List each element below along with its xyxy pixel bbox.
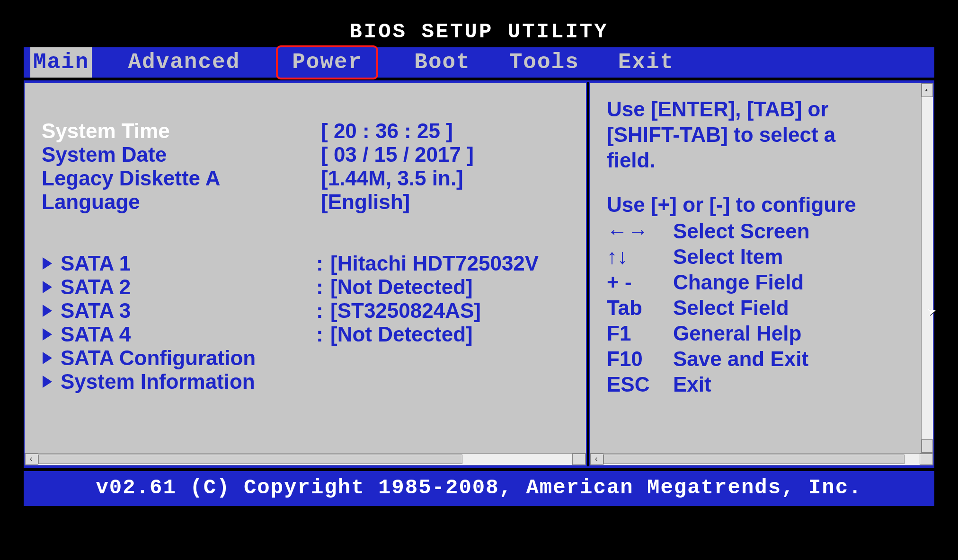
triangle-icon	[43, 305, 52, 317]
hotkey-key: ←→	[607, 219, 673, 243]
tab-tools[interactable]: Tools	[506, 47, 582, 78]
help-pane: Use [ENTER], [TAB] or [SHIFT-TAB] to sel…	[589, 82, 934, 466]
value-legacy-diskette[interactable]: [1.44M, 3.5 in.]	[321, 166, 463, 190]
hotkey-desc: Change Field	[673, 271, 804, 294]
hotkey-desc: Save and Exit	[673, 347, 808, 371]
submenu-sata-configuration[interactable]: SATA Configuration	[42, 346, 573, 370]
label-legacy-diskette: Legacy Diskette A	[42, 166, 321, 190]
value-sata3: [ST3250824AS]	[330, 299, 481, 323]
scroll-thumb[interactable]	[603, 455, 905, 464]
hotkey-desc: Exit	[673, 373, 711, 396]
value-sata4: [Not Detected]	[330, 323, 473, 346]
help-text: Use [ENTER], [TAB] or	[607, 97, 914, 121]
hotkey-desc: Select Screen	[673, 219, 810, 243]
row-language[interactable]: Language [English]	[42, 190, 573, 214]
triangle-icon	[43, 257, 52, 270]
scroll-up-icon[interactable]: ▴	[924, 86, 928, 94]
scroll-right-icon[interactable]: ›	[578, 455, 583, 464]
tab-power[interactable]: Power	[276, 45, 378, 79]
value-language[interactable]: [English]	[321, 190, 410, 214]
triangle-icon	[43, 376, 52, 388]
label-system-date: System Date	[42, 143, 321, 166]
separator: :	[316, 299, 330, 323]
value-sata2: [Not Detected]	[330, 275, 473, 299]
hotkey-change-field: + - Change Field	[607, 271, 914, 294]
settings-pane: System Time [ 20 : 36 : 25 ] System Date…	[24, 82, 587, 466]
hotkey-key: Tab	[607, 296, 673, 320]
row-legacy-diskette[interactable]: Legacy Diskette A [1.44M, 3.5 in.]	[42, 166, 573, 190]
submenu-sata2[interactable]: SATA 2 : [Not Detected]	[42, 275, 573, 299]
right-horizontal-scrollbar[interactable]: ‹ ›	[590, 453, 933, 465]
triangle-icon	[43, 281, 52, 293]
help-text: Use [+] or [-] to configure	[607, 193, 914, 217]
triangle-icon	[43, 352, 52, 364]
label-language: Language	[42, 190, 321, 214]
label-sata2: SATA 2	[61, 275, 316, 299]
submenu-sata1[interactable]: SATA 1 : [Hitachi HDT725032V	[42, 252, 573, 275]
help-text: [SHIFT-TAB] to select a	[607, 123, 914, 147]
submenu-sata4[interactable]: SATA 4 : [Not Detected]	[42, 323, 573, 346]
scroll-left-icon[interactable]: ‹	[29, 455, 34, 464]
row-system-time[interactable]: System Time [ 20 : 36 : 25 ]	[42, 119, 573, 143]
scroll-down-icon[interactable]: ▾	[924, 443, 928, 451]
hotkey-save-and-exit: F10 Save and Exit	[607, 347, 914, 371]
row-system-date[interactable]: System Date [ 03 / 15 / 2017 ]	[42, 143, 573, 166]
hotkey-key: ESC	[607, 373, 673, 396]
value-sata1: [Hitachi HDT725032V	[330, 252, 539, 275]
menu-tabbar: Main Advanced Power Boot Tools Exit	[24, 47, 934, 78]
help-text: field.	[607, 149, 914, 172]
separator: :	[316, 275, 330, 299]
hotkey-table: ←→ Select Screen ↑↓ Select Item + - Chan…	[607, 219, 914, 396]
label-sata4: SATA 4	[61, 323, 316, 346]
left-horizontal-scrollbar[interactable]: ‹ ›	[25, 453, 586, 465]
hotkey-desc: Select Field	[673, 296, 789, 320]
hotkey-desc: General Help	[673, 322, 801, 345]
hotkey-exit: ESC Exit	[607, 373, 914, 396]
separator: :	[316, 252, 330, 275]
scroll-right-icon[interactable]: ›	[925, 455, 930, 464]
label-sata-configuration: SATA Configuration	[61, 346, 256, 370]
tab-boot[interactable]: Boot	[411, 47, 473, 78]
hotkey-key: ↑↓	[607, 245, 673, 269]
hotkey-key: F10	[607, 347, 673, 371]
triangle-icon	[43, 328, 52, 341]
hotkey-select-screen: ←→ Select Screen	[607, 219, 914, 243]
label-system-time: System Time	[42, 119, 321, 143]
hotkey-desc: Select Item	[673, 245, 783, 269]
hotkey-key: F1	[607, 322, 673, 345]
bios-title: BIOS SETUP UTILITY	[24, 20, 934, 44]
label-system-information: System Information	[61, 370, 255, 394]
hotkey-key: + -	[607, 271, 673, 294]
submenu-sata3[interactable]: SATA 3 : [ST3250824AS]	[42, 299, 573, 323]
submenu-system-information[interactable]: System Information	[42, 370, 573, 394]
hotkey-select-field: Tab Select Field	[607, 296, 914, 320]
separator: :	[316, 323, 330, 346]
value-system-date[interactable]: [ 03 / 15 / 2017 ]	[321, 143, 474, 166]
label-sata1: SATA 1	[61, 252, 316, 275]
tab-main[interactable]: Main	[30, 47, 92, 78]
value-system-time[interactable]: [ 20 : 36 : 25 ]	[321, 119, 453, 143]
tab-advanced[interactable]: Advanced	[125, 47, 243, 78]
copyright-footer: v02.61 (C) Copyright 1985-2008, American…	[24, 471, 934, 506]
label-sata3: SATA 3	[61, 299, 316, 323]
right-vertical-scrollbar[interactable]: ▴ ▾	[921, 83, 933, 453]
scroll-left-icon[interactable]: ‹	[594, 455, 599, 464]
scroll-thumb[interactable]	[38, 455, 462, 464]
hotkey-select-item: ↑↓ Select Item	[607, 245, 914, 269]
hotkey-general-help: F1 General Help	[607, 322, 914, 345]
tab-exit[interactable]: Exit	[615, 47, 677, 78]
